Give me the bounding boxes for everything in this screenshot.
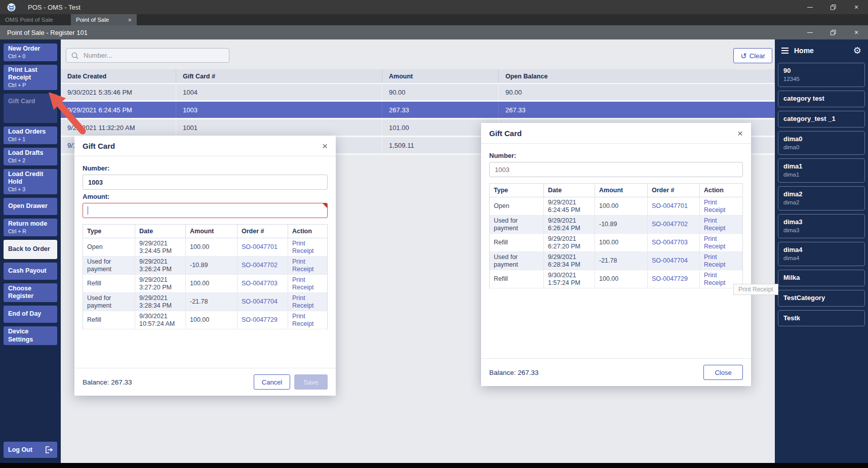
- dialog-close-icon[interactable]: ×: [322, 141, 328, 151]
- inner-restore-button[interactable]: [821, 25, 845, 39]
- gift-card-button[interactable]: Gift Card: [4, 94, 57, 123]
- order-link[interactable]: SO-0047701: [648, 197, 700, 215]
- number-field[interactable]: [489, 162, 743, 177]
- print-receipt-link[interactable]: Print Receipt: [700, 234, 742, 251]
- order-link[interactable]: SO-0047703: [238, 275, 288, 292]
- device-settings-button[interactable]: Device Settings: [4, 326, 57, 345]
- register-titlebar: Point of Sale - Register 101 ×: [0, 25, 868, 39]
- order-link[interactable]: SO-0047729: [238, 311, 288, 329]
- order-link[interactable]: SO-0047729: [648, 270, 700, 288]
- order-link[interactable]: SO-0047702: [238, 257, 288, 274]
- cell-time: 3:28:34 PM: [139, 302, 181, 310]
- print-receipt-link[interactable]: Print Receipt: [288, 311, 327, 329]
- home-label[interactable]: Home: [794, 47, 853, 55]
- dialog-close-icon[interactable]: ×: [737, 129, 743, 138]
- back-to-order-button[interactable]: Back to Order: [4, 240, 57, 259]
- category-card-dima3[interactable]: dima3 dima3: [778, 214, 865, 238]
- order-link[interactable]: SO-0047701: [238, 238, 288, 256]
- new-order-button[interactable]: New Order Ctrl + 0: [4, 44, 57, 61]
- amount-field[interactable]: [83, 203, 328, 218]
- inner-close-button[interactable]: ×: [845, 25, 868, 39]
- category-card-dima0[interactable]: dima0 dima0: [778, 131, 865, 155]
- choose-register-button[interactable]: Choose Register: [4, 283, 57, 302]
- cell-date: 9/29/2021: [139, 258, 181, 266]
- return-mode-button[interactable]: Return mode Ctrl + R: [4, 219, 57, 236]
- order-link[interactable]: SO-0047704: [648, 252, 700, 270]
- table-row-selected[interactable]: 9/29/2021 6:24:45 PM 1003 267.33 267.33: [61, 102, 775, 119]
- open-drawer-button[interactable]: Open Drawer: [4, 198, 57, 215]
- col-open-balance[interactable]: Open Balance: [499, 69, 775, 83]
- order-link[interactable]: SO-0047704: [238, 293, 288, 311]
- cell-amount: 100.00: [595, 270, 648, 288]
- gift-card-search[interactable]: [66, 48, 229, 63]
- minimize-icon: [807, 32, 813, 33]
- col-action: Action: [288, 225, 327, 238]
- order-link[interactable]: SO-0047703: [648, 234, 700, 251]
- category-card-testk[interactable]: Testk: [778, 310, 865, 327]
- close-button[interactable]: ×: [845, 0, 868, 14]
- print-receipt-link[interactable]: Print Receipt: [288, 293, 327, 311]
- print-receipt-link[interactable]: Print Receipt: [288, 257, 327, 274]
- print-receipt-link[interactable]: Print Receipt: [700, 216, 742, 233]
- dialog-header: Gift Card ×: [481, 123, 751, 144]
- button-label: Print Last Receipt: [8, 66, 53, 82]
- load-orders-button[interactable]: Load Orders Ctrl + 1: [4, 126, 57, 144]
- category-card-category-test[interactable]: category test: [778, 91, 865, 107]
- category-card-milka[interactable]: Milka: [778, 270, 865, 286]
- menu-icon[interactable]: [781, 48, 788, 54]
- load-drafts-button[interactable]: Load Drafts Ctrl + 2: [4, 148, 57, 165]
- end-of-day-button[interactable]: End of Day: [4, 306, 57, 323]
- minimize-button[interactable]: [798, 0, 821, 14]
- tab-point-of-sale[interactable]: Point of Sale ×: [71, 14, 137, 25]
- col-gift-card-number[interactable]: Gift Card #: [176, 69, 382, 83]
- category-card-dima2[interactable]: dima2 dima2: [778, 186, 865, 210]
- cell-date: 9/30/2021: [139, 313, 181, 320]
- cancel-button[interactable]: Cancel: [254, 374, 290, 390]
- dialog-title: Gift Card: [83, 142, 115, 150]
- tab-label: OMS Point of Sale: [5, 17, 53, 23]
- print-receipt-link[interactable]: Print Receipt: [288, 238, 327, 256]
- restore-button[interactable]: [821, 0, 845, 14]
- button-label: New Order: [8, 45, 53, 53]
- category-card-90[interactable]: 90 12345: [778, 63, 865, 87]
- gear-icon[interactable]: ⚙: [853, 45, 861, 56]
- button-label: Device Settings: [8, 328, 53, 344]
- print-receipt-link[interactable]: Print Receipt: [288, 275, 327, 292]
- cash-payout-button[interactable]: Cash Payout: [4, 263, 57, 280]
- save-button[interactable]: Save: [294, 374, 328, 390]
- cancel-label: Cancel: [262, 378, 282, 386]
- print-receipt-link[interactable]: Print Receipt: [700, 252, 742, 270]
- log-out-button[interactable]: Log Out: [4, 442, 57, 458]
- tab-oms-point-of-sale[interactable]: OMS Point of Sale: [0, 14, 67, 25]
- col-date-created[interactable]: Date Created: [61, 69, 176, 83]
- search-input[interactable]: [83, 51, 216, 60]
- print-receipt-tooltip: Print Receipt: [733, 284, 778, 295]
- cell-type: Used for payment: [83, 257, 135, 274]
- number-field[interactable]: [83, 175, 328, 190]
- save-label: Save: [303, 378, 319, 386]
- transaction-row: Open 9/29/20216:24:45 PM 100.00 SO-00477…: [490, 197, 742, 216]
- print-last-receipt-button[interactable]: Print Last Receipt Ctrl + P: [4, 65, 57, 90]
- inner-minimize-button[interactable]: [798, 25, 821, 39]
- card-subtitle: 12345: [783, 75, 859, 83]
- category-card-testcategory[interactable]: TestCategory: [778, 290, 865, 307]
- clear-button[interactable]: ↺ Clear: [733, 48, 772, 63]
- cell-date: 9/30/2021: [548, 272, 590, 279]
- button-label: Return mode: [8, 220, 53, 228]
- order-link[interactable]: SO-0047702: [648, 216, 700, 233]
- button-label: Load Credit Hold: [8, 171, 53, 186]
- card-title: Milka: [783, 274, 859, 282]
- category-card-dima1[interactable]: dima1 dima1: [778, 158, 865, 183]
- table-row[interactable]: 9/30/2021 5:35:46 PM 1004 90.00 90.00: [61, 84, 775, 102]
- category-card-dima4[interactable]: dima4 dima4: [778, 242, 865, 266]
- tab-close-icon[interactable]: ×: [128, 16, 132, 24]
- close-dialog-button[interactable]: Close: [703, 365, 743, 380]
- col-amount[interactable]: Amount: [382, 69, 499, 83]
- cell-amount: 267.33: [382, 102, 499, 118]
- undo-icon: ↺: [740, 52, 747, 60]
- print-receipt-link[interactable]: Print Receipt: [700, 197, 742, 215]
- cell-amount: 90.00: [382, 84, 499, 100]
- category-card-category-test-1[interactable]: category_test _1: [778, 111, 865, 127]
- load-credit-hold-button[interactable]: Load Credit Hold Ctrl + 3: [4, 169, 57, 194]
- button-shortcut: Ctrl + 2: [8, 157, 53, 164]
